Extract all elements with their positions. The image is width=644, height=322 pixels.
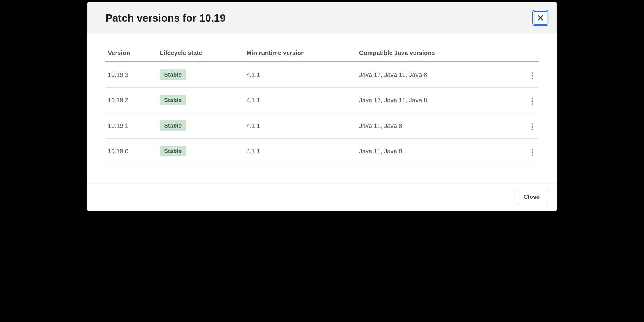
cell-version: 10.19.1 <box>105 113 157 139</box>
lifecycle-badge: Stable <box>160 95 186 105</box>
lifecycle-badge: Stable <box>160 69 186 80</box>
table-row: 10.19.3Stable4.1.1Java 17, Java 11, Java… <box>105 62 539 88</box>
cell-actions <box>512 139 539 164</box>
cell-actions <box>512 113 539 139</box>
patch-versions-modal: Patch versions for 10.19 Version Lifecyc… <box>87 2 557 211</box>
cell-runtime: 4.1.1 <box>244 139 357 164</box>
lifecycle-badge: Stable <box>160 120 186 131</box>
cell-version: 10.19.0 <box>105 139 157 164</box>
kebab-menu-icon[interactable] <box>528 70 536 81</box>
cell-version: 10.19.3 <box>105 62 157 88</box>
cell-lifecycle: Stable <box>157 62 244 88</box>
cell-actions <box>512 88 539 113</box>
table-row: 10.19.0Stable4.1.1Java 11, Java 8 <box>105 139 539 164</box>
table-row: 10.19.1Stable4.1.1Java 11, Java 8 <box>105 113 539 139</box>
modal-title: Patch versions for 10.19 <box>105 12 226 24</box>
cell-lifecycle: Stable <box>157 113 244 139</box>
cell-runtime: 4.1.1 <box>244 113 357 139</box>
modal-header: Patch versions for 10.19 <box>87 2 557 33</box>
cell-java: Java 11, Java 8 <box>357 113 513 139</box>
cell-lifecycle: Stable <box>157 88 244 113</box>
cell-java: Java 17, Java 11, Java 8 <box>357 62 513 88</box>
modal-body: Version Lifecycle state Min runtime vers… <box>87 33 557 183</box>
cell-runtime: 4.1.1 <box>244 62 357 88</box>
kebab-menu-icon[interactable] <box>528 121 536 132</box>
col-header-version: Version <box>105 46 157 62</box>
col-header-actions <box>512 46 539 62</box>
lifecycle-badge: Stable <box>160 146 186 156</box>
kebab-menu-icon[interactable] <box>528 147 536 158</box>
kebab-menu-icon[interactable] <box>528 96 536 107</box>
table-row: 10.19.2Stable4.1.1Java 17, Java 11, Java… <box>105 88 539 113</box>
modal-footer: Close <box>87 183 557 211</box>
close-button[interactable]: Close <box>516 190 547 204</box>
close-icon <box>537 14 544 22</box>
cell-version: 10.19.2 <box>105 88 157 113</box>
col-header-java: Compatible Java versions <box>357 46 513 62</box>
cell-runtime: 4.1.1 <box>244 88 357 113</box>
col-header-runtime: Min runtime version <box>244 46 357 62</box>
cell-lifecycle: Stable <box>157 139 244 164</box>
cell-java: Java 11, Java 8 <box>357 139 513 164</box>
cell-actions <box>512 62 539 88</box>
col-header-lifecycle: Lifecycle state <box>157 46 244 62</box>
close-x-button[interactable] <box>534 11 547 25</box>
cell-java: Java 17, Java 11, Java 8 <box>357 88 513 113</box>
patch-versions-table: Version Lifecycle state Min runtime vers… <box>105 46 539 164</box>
